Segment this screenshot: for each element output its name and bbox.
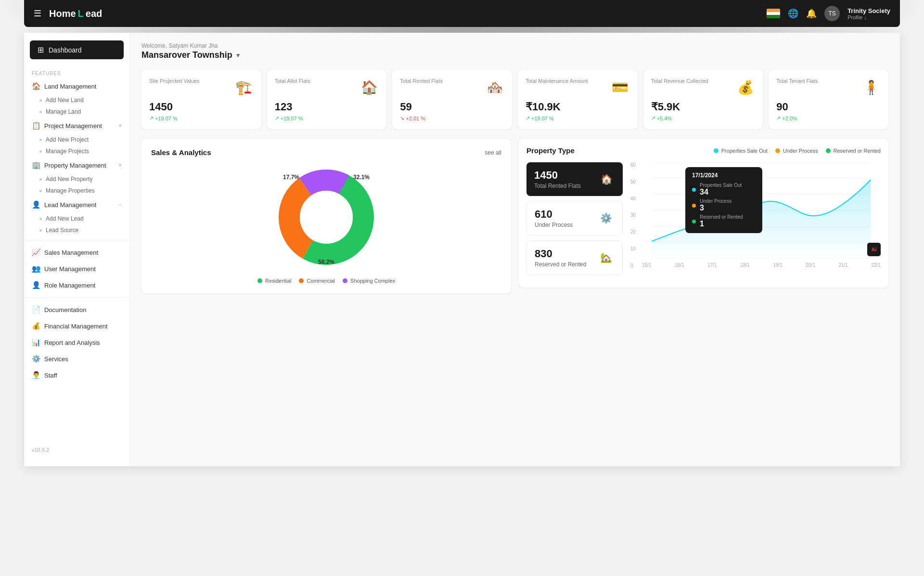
arrow-icon: ↗ bbox=[526, 115, 530, 121]
sidebar-item-role-management[interactable]: 👤 Role Management bbox=[24, 277, 129, 293]
sidebar-item-lead-source[interactable]: Lead Source bbox=[24, 224, 129, 236]
y-10: 10 bbox=[630, 246, 640, 251]
see-all-button[interactable]: see all bbox=[485, 149, 501, 156]
total-rented-card: 1450 Total Rented Flats 🏠 bbox=[526, 162, 623, 196]
sidebar-item-project-management[interactable]: 📋 Project Management + bbox=[24, 118, 129, 134]
legend-sale-out: Properties Sale Out bbox=[714, 148, 768, 154]
svg-point-4 bbox=[300, 191, 353, 244]
commercial-dot bbox=[299, 278, 304, 283]
user-info: Trinity Society Profile ↓ bbox=[847, 7, 890, 20]
reserved-label: Reserved or Rented bbox=[834, 148, 881, 154]
sidebar-item-manage-properties[interactable]: Manage Properties bbox=[24, 185, 129, 196]
sidebar-item-land-management[interactable]: 🏠 Land Management bbox=[24, 78, 129, 94]
stat-value: ₹10.9K bbox=[526, 101, 630, 113]
home-icon: 🏠 bbox=[32, 82, 40, 91]
stat-header: Total Allot Flats 🏠 bbox=[275, 78, 379, 97]
property-content: 1450 Total Rented Flats 🏠 610 Under Proc… bbox=[526, 162, 881, 280]
sub-dot bbox=[39, 150, 42, 153]
property-type-header: Property Type Properties Sale Out Under … bbox=[526, 146, 881, 155]
sidebar-item-add-new-land[interactable]: Add New Land bbox=[24, 94, 129, 106]
stat-header: Total Revenue Collected 💰 bbox=[651, 78, 756, 97]
sub-dot bbox=[39, 190, 42, 192]
donut-chart: 17.7% 32.1% 58.2% bbox=[273, 164, 379, 270]
stat-change: ↗ +2.0% bbox=[776, 115, 881, 121]
stat-card-4: Total Revenue Collected 💰 ₹5.9K ↗ +5.4% bbox=[643, 70, 763, 129]
main-content: Welcome, Satyam Kumar Jha Mansarover Tow… bbox=[130, 33, 900, 466]
sidebar-item-documentation[interactable]: 📄 Documentation bbox=[24, 301, 129, 318]
sidebar-item-add-new-lead[interactable]: Add New Lead bbox=[24, 213, 129, 224]
x-16: 16/1 bbox=[675, 262, 684, 268]
sales-management-label: Sales Management bbox=[44, 249, 98, 256]
stat-value: 59 bbox=[400, 101, 504, 113]
sidebar-item-services[interactable]: ⚙️ Services bbox=[24, 351, 129, 367]
bell-icon[interactable]: 🔔 bbox=[806, 8, 817, 19]
financial-management-label: Financial Management bbox=[44, 323, 108, 330]
sidebar-item-staff[interactable]: 👨‍💼 Staff bbox=[24, 367, 129, 383]
donut-label-commercial: 32.1% bbox=[353, 174, 370, 181]
society-selector[interactable]: Mansarover Township ▼ bbox=[141, 50, 888, 60]
stats-grid: Site Projected Values 🏗️ 1450 ↗ +19.07 %… bbox=[141, 70, 888, 129]
documentation-label: Documentation bbox=[44, 306, 86, 314]
features-label: FEATURES bbox=[24, 67, 129, 78]
stat-header: Total Tenant Flats 🧍 bbox=[776, 78, 881, 97]
menu-icon[interactable]: ☰ bbox=[34, 8, 41, 19]
dashboard-button[interactable]: ⊞ Dashboard bbox=[30, 40, 124, 59]
total-rented-value: 1450 bbox=[534, 169, 581, 182]
property-cards: 1450 Total Rented Flats 🏠 610 Under Proc… bbox=[526, 162, 623, 275]
staff-label: Staff bbox=[44, 372, 57, 379]
tooltip-process-value: 3 bbox=[700, 204, 732, 212]
donut-label-shopping: 17.7% bbox=[283, 174, 299, 181]
legend-shopping: Shopping Complex bbox=[343, 278, 395, 284]
donut-label-residential: 58.2% bbox=[318, 259, 334, 265]
shopping-label: Shopping Complex bbox=[350, 278, 395, 284]
stat-icon: 💰 bbox=[736, 78, 755, 97]
stat-card-0: Site Projected Values 🏗️ 1450 ↗ +19.07 % bbox=[141, 70, 261, 129]
total-rented-left: 1450 Total Rented Flats bbox=[534, 169, 581, 189]
reserved-card: 830 Reserved or Rented 🏡 bbox=[526, 240, 623, 275]
stat-label: Total Tenant Flats bbox=[776, 78, 818, 84]
y-30: 30 bbox=[630, 212, 640, 218]
expand-icon: + bbox=[118, 122, 122, 129]
ai-icon[interactable]: Ai bbox=[867, 243, 881, 256]
sidebar-item-add-new-project[interactable]: Add New Project bbox=[24, 134, 129, 145]
sidebar-item-manage-land[interactable]: Manage Land bbox=[24, 106, 129, 118]
sidebar-item-add-new-property[interactable]: Add New Property bbox=[24, 173, 129, 185]
under-process-label-card: Under Process bbox=[535, 222, 573, 228]
globe-icon[interactable]: 🌐 bbox=[788, 8, 798, 19]
tooltip-sale-value: 34 bbox=[700, 188, 742, 196]
project-management-label: Project Management bbox=[44, 122, 102, 130]
finance-icon: 💰 bbox=[32, 322, 40, 330]
tooltip-row-process: Under Process 3 bbox=[692, 198, 756, 212]
sidebar-item-property-management[interactable]: 🏢 Property Management + bbox=[24, 157, 129, 173]
sidebar-item-sales-management[interactable]: 📈 Sales Management bbox=[24, 244, 129, 261]
house-icon: 🏠 bbox=[598, 170, 615, 188]
stat-icon: 💳 bbox=[611, 78, 630, 97]
sidebar-item-report-analysis[interactable]: 📊 Report and Analysis bbox=[24, 334, 129, 351]
tooltip-dot-sale bbox=[692, 188, 696, 192]
stat-label: Site Projected Values bbox=[149, 78, 199, 84]
sidebar-item-financial-management[interactable]: 💰 Financial Management bbox=[24, 318, 129, 334]
sidebar-item-user-management[interactable]: 👥 User Management bbox=[24, 261, 129, 277]
under-process-dot bbox=[775, 148, 780, 153]
chevron-down-icon: ▼ bbox=[235, 52, 241, 59]
stat-card-3: Total Maintenance Amount 💳 ₹10.9K ↗ +19.… bbox=[518, 70, 638, 129]
sidebar: ⊞ Dashboard FEATURES 🏠 Land Management A… bbox=[24, 33, 130, 466]
expand-icon: + bbox=[118, 162, 122, 169]
residential-label: Residential bbox=[265, 278, 291, 284]
sub-dot bbox=[39, 229, 42, 232]
under-process-card: 610 Under Process ⚙️ bbox=[526, 201, 623, 236]
lead-icon: 👤 bbox=[32, 200, 40, 209]
sidebar-item-manage-projects[interactable]: Manage Projects bbox=[24, 145, 129, 157]
sidebar-item-lead-management[interactable]: 👤 Lead Management − bbox=[24, 196, 129, 213]
x-20: 20/1 bbox=[806, 262, 815, 268]
project-icon: 📋 bbox=[32, 121, 40, 130]
change-value: +2.0% bbox=[782, 116, 797, 121]
logo: HomeLead bbox=[49, 8, 759, 19]
land-management-label: Land Management bbox=[44, 83, 96, 90]
avatar[interactable]: TS bbox=[824, 6, 840, 21]
x-22: 22/1 bbox=[871, 262, 880, 268]
arrow-icon: ↗ bbox=[651, 115, 655, 121]
x-axis: 15/1 16/1 17/1 18/1 19/1 20/1 21/1 22/1 bbox=[642, 262, 881, 268]
user-name: Trinity Society bbox=[847, 7, 890, 14]
stat-label: Total Revenue Collected bbox=[651, 78, 708, 84]
